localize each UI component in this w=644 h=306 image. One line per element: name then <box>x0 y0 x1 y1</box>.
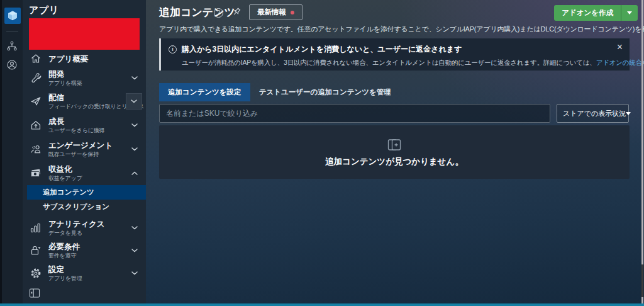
sidebar: アプリ アプリ概要 開発 アプリを構築 <box>23 0 146 306</box>
whats-new-button[interactable]: 最新情報 <box>249 4 303 20</box>
store-visibility-dropdown[interactable]: ストアでの表示状況 <box>557 104 629 123</box>
sidebar-item-distribution[interactable]: 配信 フィードバックの受け取りとリリース <box>23 89 146 113</box>
sidebar-item-label: 開発 <box>48 70 82 79</box>
sidebar-item-label: アプリ概要 <box>48 55 88 64</box>
sidebar-item-label: エンゲージメント <box>48 141 113 150</box>
banner-body: ユーザーが消耗品のIAPを購入し、3日以内に消費されない場合、エンタイトルメント… <box>182 59 608 67</box>
create-addon-label[interactable]: アドオンを作成 <box>554 5 621 21</box>
create-addon-button[interactable]: アドオンを作成 <box>554 5 638 21</box>
main-content: 追加コンテンツ ? 最新情報 アドオンを作成 アプリ内で購入できる追加コンテンツ… <box>146 0 644 306</box>
store-visibility-label: ストアでの表示状況 <box>563 109 626 118</box>
sidebar-collapse-icon[interactable] <box>29 288 40 298</box>
search-input[interactable] <box>159 104 550 123</box>
sidebar-item-label: 収益化 <box>48 165 82 174</box>
scrollbar-thumb[interactable] <box>641 264 643 297</box>
sidebar-item-sublabel: 既存ユーザーを保持 <box>48 151 113 158</box>
banner-title: 購入から3日以内にエンタイトルメントを消費しないと、ユーザーに返金されます <box>182 44 462 55</box>
sidebar-item-app-overview[interactable]: アプリ概要 <box>23 50 146 67</box>
sidebar-item-label: アナリティクス <box>48 220 105 229</box>
wrench-icon <box>30 72 43 84</box>
chevron-down-icon[interactable] <box>131 147 138 151</box>
chevron-down-button[interactable] <box>126 93 142 110</box>
sidebar-item-monetization[interactable]: 収益化 収益をアップ <box>23 161 146 185</box>
bottom-edge-bar <box>0 303 644 306</box>
create-addon-dropdown-arrow[interactable] <box>621 5 638 21</box>
bar-chart-icon <box>30 222 43 234</box>
sidebar-item-requirements[interactable]: 必要条件 要件を遵守 <box>23 239 146 262</box>
account-icon[interactable] <box>6 59 18 71</box>
sidebar-item-engagement[interactable]: エンゲージメント 既存ユーザーを保持 <box>23 137 146 161</box>
lock-icon <box>30 245 43 256</box>
close-icon[interactable]: × <box>617 42 623 52</box>
sidebar-nav: アプリ概要 開発 アプリを構築 配信 <box>23 50 146 285</box>
add-content-icon <box>387 137 402 152</box>
sidebar-item-sublabel: ユーザーをさらに獲得 <box>48 127 104 134</box>
chevron-down-icon[interactable] <box>131 123 138 127</box>
gear-icon <box>30 268 43 279</box>
sidebar-item-label: 成長 <box>48 117 104 127</box>
sidebar-item-sublabel: 収益をアップ <box>48 175 82 182</box>
people-icon <box>30 144 43 155</box>
app-name-redacted-block <box>29 18 140 50</box>
send-icon <box>30 96 43 107</box>
money-icon <box>30 167 43 179</box>
sidebar-item-sublabel: アプリを構築 <box>48 80 82 87</box>
home-icon <box>30 53 43 64</box>
sidebar-item-development[interactable]: 開発 アプリを構築 <box>23 67 146 89</box>
sidebar-item-growth[interactable]: 成長 ユーザーをさらに獲得 <box>23 113 146 137</box>
banner-body-text: ユーザーが消耗品のIAPを購入し、3日以内に消費されない場合、エンタイトルメント… <box>182 59 596 66</box>
empty-state-panel: 追加コンテンツが見つかりません。 <box>159 125 630 179</box>
growth-icon <box>30 120 43 131</box>
app-cube-icon[interactable] <box>4 8 21 24</box>
chevron-down-icon[interactable] <box>131 226 138 230</box>
page-subtitle: アプリ内で購入できる追加コンテンツです。任意のアセットファイルを添付することで、… <box>159 25 644 34</box>
sidebar-item-sublabel: アプリを管理 <box>48 275 82 282</box>
chevron-down-icon[interactable] <box>131 249 138 252</box>
info-banner: i 購入から3日以内にエンタイトルメントを消費しないと、ユーザーに返金されます … <box>159 38 630 71</box>
sidebar-item-settings[interactable]: 設定 アプリを管理 <box>23 262 146 285</box>
notification-dot <box>291 11 294 14</box>
sidebar-subitem-addons[interactable]: 追加コンテンツ <box>27 185 146 200</box>
tab-bar: 追加コンテンツを設定 テストユーザーの追加コンテンツを管理 <box>159 83 400 101</box>
tab-manage-test-user-addons[interactable]: テストユーザーの追加コンテンツを管理 <box>250 83 400 101</box>
sidebar-item-analytics[interactable]: アナリティクス データを見る <box>23 217 146 239</box>
sidebar-app-title: アプリ <box>29 4 146 16</box>
window-left-edge <box>0 0 2 306</box>
rail-divider <box>6 31 18 31</box>
empty-state-message: 追加コンテンツが見つかりません。 <box>325 156 464 167</box>
chevron-up-icon[interactable] <box>131 171 138 175</box>
sidebar-item-label: 設定 <box>48 265 82 275</box>
addon-integration-link[interactable]: アドオンの統合 <box>596 59 642 66</box>
scrollbar-track[interactable] <box>641 0 643 306</box>
org-hierarchy-icon[interactable] <box>6 40 18 52</box>
sidebar-subitem-subscriptions[interactable]: サブスクリプション <box>23 200 146 214</box>
chevron-down-icon[interactable] <box>131 76 138 80</box>
info-icon: i <box>169 45 177 54</box>
chevron-down-icon[interactable] <box>131 271 138 275</box>
tab-configure-addons[interactable]: 追加コンテンツを設定 <box>159 83 250 101</box>
sidebar-item-sublabel: 要件を遵守 <box>48 252 80 259</box>
pin-icon[interactable] <box>231 7 242 17</box>
icon-rail <box>2 0 23 306</box>
sidebar-item-sublabel: データを見る <box>48 230 105 237</box>
help-icon[interactable]: ? <box>214 8 223 18</box>
chevron-down-icon <box>626 112 631 115</box>
sidebar-item-label: 必要条件 <box>48 242 80 252</box>
whats-new-label: 最新情報 <box>257 8 286 17</box>
page-title: 追加コンテンツ <box>159 5 235 20</box>
